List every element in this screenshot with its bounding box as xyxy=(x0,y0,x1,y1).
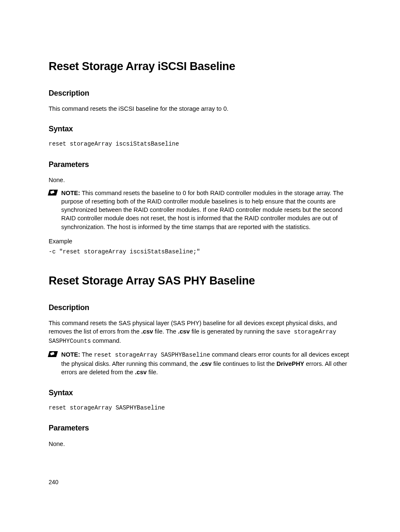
text-fragment: file is generated by running the xyxy=(190,328,276,335)
syntax-block: Syntax reset storageArray SASPHYBaseline xyxy=(49,388,351,412)
heading-parameters: Parameters xyxy=(49,423,351,433)
heading-1: Reset Storage Array SAS PHY Baseline xyxy=(49,273,351,289)
note-icon xyxy=(48,351,58,357)
description-block: Description This command resets the SAS … xyxy=(49,303,351,377)
description-text: This command resets the iSCSI baseline f… xyxy=(49,104,351,113)
section-reset-iscsi-baseline: Reset Storage Array iSCSI Baseline Descr… xyxy=(49,59,351,256)
parameters-text: None. xyxy=(49,440,351,448)
text-fragment: The xyxy=(80,351,94,358)
drivephy-bold: DrivePHY xyxy=(276,360,304,367)
heading-1: Reset Storage Array iSCSI Baseline xyxy=(49,59,351,75)
note-text: NOTE: The reset storageArray SASPHYBasel… xyxy=(61,350,351,376)
csv-bold: .csv xyxy=(141,328,153,335)
heading-description: Description xyxy=(49,88,351,99)
parameters-text: None. xyxy=(49,176,351,184)
note-block: NOTE: The reset storageArray SASPHYBasel… xyxy=(49,350,351,376)
note-label: NOTE: xyxy=(61,190,80,196)
note-icon xyxy=(48,190,58,196)
note-body: This command resets the baseline to 0 fo… xyxy=(61,190,343,230)
example-label: Example xyxy=(49,237,351,245)
heading-syntax: Syntax xyxy=(49,388,351,398)
syntax-code: reset storageArray iscsiStatsBaseline xyxy=(49,140,351,149)
heading-description: Description xyxy=(49,303,351,313)
page-number: 240 xyxy=(49,478,58,487)
csv-bold: .csv xyxy=(135,369,147,376)
text-fragment: command. xyxy=(91,337,121,344)
text-fragment: file. The xyxy=(153,328,178,335)
section-reset-sas-phy-baseline: Reset Storage Array SAS PHY Baseline Des… xyxy=(49,273,351,448)
inline-code: reset storageArray SASPHYBaseline xyxy=(94,352,210,358)
text-fragment: file. xyxy=(147,369,158,376)
description-block: Description This command resets the iSCS… xyxy=(49,88,351,113)
note-block: NOTE: This command resets the baseline t… xyxy=(49,189,351,231)
syntax-code: reset storageArray SASPHYBaseline xyxy=(49,404,351,412)
text-fragment: file continues to list the xyxy=(212,360,277,367)
note-label: NOTE: xyxy=(61,351,80,358)
csv-bold: .csv xyxy=(178,328,190,335)
csv-bold: .csv xyxy=(200,360,211,367)
syntax-block: Syntax reset storageArray iscsiStatsBase… xyxy=(49,124,351,149)
heading-syntax: Syntax xyxy=(49,124,351,134)
description-text: This command resets the SAS physical lay… xyxy=(49,319,351,345)
heading-parameters: Parameters xyxy=(49,159,351,170)
example-code: -c "reset storageArray iscsiStatsBaselin… xyxy=(49,248,351,256)
note-text: NOTE: This command resets the baseline t… xyxy=(61,189,351,231)
